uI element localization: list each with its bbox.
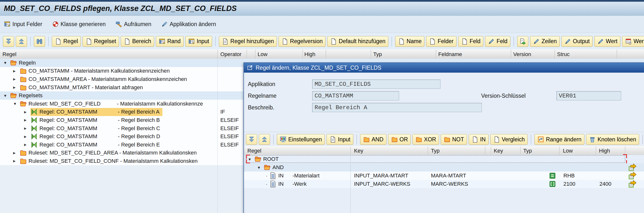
input-button[interactable]: Input: [185, 36, 212, 47]
name-button[interactable]: Name: [395, 36, 424, 47]
einstellungen-button[interactable]: Einstellungen: [277, 134, 325, 145]
selected-row-highlight: Regel: CO_MATSTAMM - Regel Bereich A: [30, 108, 162, 116]
tree-node-label: Regel: CO_MATSTAMM: [40, 142, 118, 148]
dialog-row-root[interactable]: ▼ ROOT: [244, 155, 644, 163]
beschreib-field[interactable]: Regel Bereich A: [312, 103, 482, 112]
felder-button-label: Felder: [438, 38, 453, 45]
expander-closed-icon[interactable]: ▶: [12, 151, 20, 155]
range-aendern-button[interactable]: Range ändern: [534, 134, 584, 145]
expander-closed-icon[interactable]: ▶: [23, 110, 30, 114]
felder-button[interactable]: Felder: [426, 36, 456, 47]
applikation-aendern-button[interactable]: Applikation ändern: [161, 21, 216, 28]
knoten-loeschen-button[interactable]: Knoten löschen: [586, 134, 639, 145]
navigate-arrow-icon[interactable]: [628, 163, 637, 171]
expander-closed-icon[interactable]: ▶: [23, 135, 30, 138]
version-schluessel-field[interactable]: VER01: [556, 91, 621, 100]
table-icon: [188, 38, 195, 45]
column-header-low[interactable]: Low: [258, 50, 267, 59]
expander-open-icon[interactable]: ▼: [256, 165, 264, 170]
expander-closed-icon[interactable]: ▶: [12, 77, 20, 81]
navigate-arrow-icon[interactable]: [628, 171, 637, 180]
xor-button[interactable]: XOR: [412, 134, 439, 145]
regel-button[interactable]: Regel: [52, 36, 81, 47]
tree-node-label: CO_MATSTAMM_MTART - Materialart abfragen: [28, 84, 143, 91]
expander-closed-icon[interactable]: ▶: [12, 86, 20, 89]
doc-arrow-button[interactable]: [517, 36, 528, 47]
dlg-column-regel[interactable]: Regel: [247, 146, 261, 155]
expand-all-icon: [5, 38, 12, 45]
not-button[interactable]: NOT: [441, 134, 467, 145]
expander-open-icon[interactable]: ▼: [2, 61, 10, 65]
rand-button[interactable]: Rand: [156, 36, 184, 47]
expander-open-icon[interactable]: ▼: [2, 94, 10, 98]
regel-hinzufuegen-button[interactable]: Regel hinzufügen: [219, 36, 277, 47]
expander-closed-icon[interactable]: ▶: [23, 118, 30, 122]
equals-icon[interactable]: [549, 171, 556, 180]
regelname-field[interactable]: CO_MATSTAMM: [312, 91, 399, 100]
condition-doc-icon: [269, 180, 276, 188]
folder-icon: [415, 136, 422, 143]
column-header-operator[interactable]: Operator: [220, 50, 242, 59]
dialog-row-and[interactable]: ▼ AND: [244, 163, 644, 171]
column-header-typ[interactable]: Typ: [373, 50, 382, 59]
dlg-column-typ2[interactable]: Typ: [523, 146, 532, 155]
wert-loeschen-button[interactable]: Wert: [622, 36, 644, 47]
output-button[interactable]: Output: [562, 36, 593, 47]
applikation-field[interactable]: MD_SET_CO_FIELDS: [312, 79, 440, 89]
or-button[interactable]: OR: [388, 134, 411, 145]
column-header-regel[interactable]: Regel: [2, 50, 16, 59]
dialog-titlebar[interactable]: Regel ändern, Klasse ZCL_MD_SET_CO_FIELD…: [244, 63, 644, 73]
dlg-column-high[interactable]: High: [599, 146, 610, 155]
bereich-button[interactable]: Bereich: [121, 36, 154, 47]
or-button-label: OR: [400, 136, 408, 143]
aufraeumen-button[interactable]: Aufräumen: [116, 21, 152, 28]
regelversion-button[interactable]: Regelversion: [278, 36, 326, 47]
document-lines-icon: [222, 38, 229, 45]
default-hinzufuegen-button[interactable]: Default hinzufügen: [327, 36, 388, 47]
dlg-column-low[interactable]: Low: [563, 146, 573, 155]
tree-node-description: - Regel Bereich B: [118, 117, 160, 123]
version-schluessel-label: Version-Schlüssel: [481, 91, 526, 100]
column-header-high[interactable]: High: [304, 50, 315, 59]
and-button[interactable]: AND: [360, 134, 386, 145]
dialog-toolbar: Einstellungen Input AND OR XOR NOT IN Ve…: [246, 133, 643, 145]
wert-aendern-button[interactable]: Wert: [594, 36, 620, 47]
trash-icon: [589, 136, 596, 143]
navigate-arrow-icon[interactable]: [628, 180, 637, 188]
feld-button[interactable]: Feld: [458, 36, 484, 47]
not-button-label: NOT: [452, 136, 464, 143]
dialog-input-button[interactable]: Input: [326, 134, 353, 145]
dlg-column-key[interactable]: Key: [354, 146, 363, 155]
folder-icon: [363, 136, 370, 143]
klasse-generieren-button[interactable]: Klasse generieren: [52, 21, 106, 28]
feld-aendern-button[interactable]: Feld: [485, 36, 510, 47]
operator-cell: IF: [220, 108, 225, 116]
dialog-row-in-werk[interactable]: · IN -Werk INPUT_MARC-WERKS MARC-WERKS 2…: [244, 180, 644, 188]
expander-closed-icon[interactable]: ▶: [23, 143, 30, 146]
dialog-collapse-all-button[interactable]: [259, 134, 270, 145]
column-header-version[interactable]: Version: [513, 50, 531, 59]
default-hinzufuegen-label: Default hinzufügen: [339, 38, 386, 45]
expander-closed-icon[interactable]: ▶: [23, 126, 30, 130]
regelset-button[interactable]: Regelset: [82, 36, 119, 47]
folder-icon: [20, 84, 27, 91]
dialog-row-in-materialart[interactable]: · IN -Materialart INPUT_MARA-MTART MARA-…: [244, 171, 644, 180]
input-felder-button[interactable]: Input Felder: [4, 21, 42, 28]
collapse-all-button[interactable]: [16, 36, 27, 47]
column-header-feldname[interactable]: Feldname: [438, 50, 462, 59]
between-icon[interactable]: [549, 180, 556, 188]
expander-closed-icon[interactable]: ▶: [12, 69, 20, 73]
vergleich-button-label: Vergleich: [502, 136, 525, 143]
search-button[interactable]: [34, 36, 45, 47]
tree-node-label: Regel: CO_MATSTAMM: [40, 133, 118, 140]
zeilen-button[interactable]: Zeilen: [530, 36, 560, 47]
expander-open-icon[interactable]: ▼: [12, 102, 20, 106]
in-button[interactable]: IN: [469, 134, 489, 145]
dialog-expand-all-button[interactable]: [246, 134, 257, 145]
vergleich-button[interactable]: Vergleich: [490, 134, 528, 145]
expand-all-button[interactable]: [3, 36, 14, 47]
column-header-struc[interactable]: Struc: [557, 50, 570, 59]
dlg-column-typ[interactable]: Typ: [431, 146, 440, 155]
dlg-column-key2[interactable]: Key: [494, 146, 503, 155]
expander-closed-icon[interactable]: ▶: [12, 159, 20, 163]
